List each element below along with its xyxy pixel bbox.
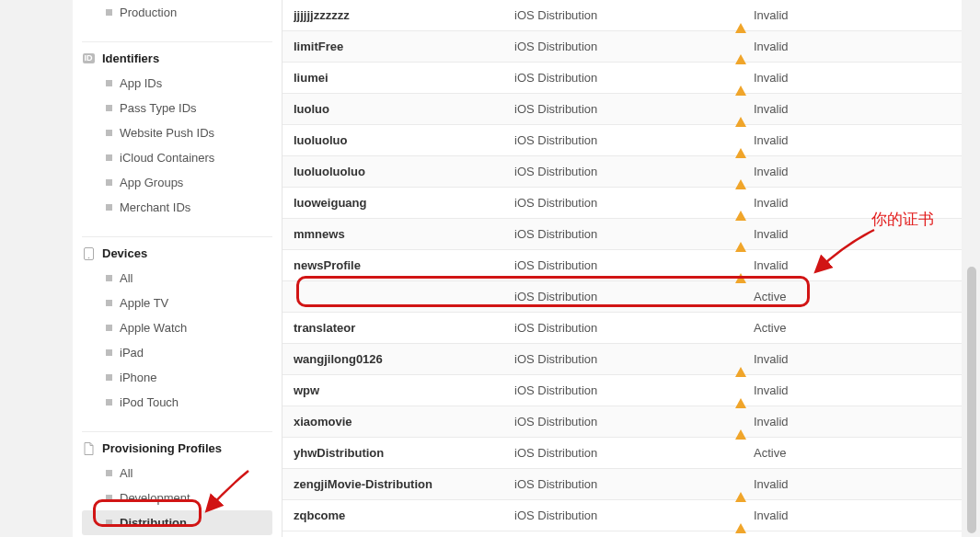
sidebar-item-merchant-ids[interactable]: Merchant IDs [82,195,272,220]
profile-name: zqbcome [294,508,514,522]
status-text: Invalid [754,508,789,522]
sidebar-item-apple-watch[interactable]: Apple Watch [82,315,272,340]
status-warn-icon [735,41,746,52]
table-row[interactable]: yhwDistributioniOS DistributionActive [282,438,962,469]
bullet-icon [106,399,112,406]
status-text: Invalid [754,196,789,210]
profile-name: luoluo [294,102,514,116]
profile-status: Active [735,290,951,303]
sidebar-item-app-ids[interactable]: App IDs [82,71,272,96]
table-row[interactable]: mmnewsiOS DistributionInvalid [282,219,962,250]
bullet-icon [106,154,112,161]
profile-name: wpw [294,383,514,397]
table-row[interactable]: zqbcomeiOS DistributionInvalid [282,500,962,531]
sidebar-item-label: iPod Touch [120,395,179,409]
table-row[interactable]: xiaomovieiOS DistributionInvalid [282,406,962,438]
table-row[interactable]: limitFreeiOS DistributionInvalid [282,31,962,63]
status-warn-icon [735,104,746,115]
table-row[interactable]: liumeiiOS DistributionInvalid [282,63,962,94]
table-row[interactable]: luoluoluoluoiOS DistributionInvalid [282,156,962,188]
sidebar-item-label: All [120,271,133,285]
profile-name: wangjilong0126 [294,352,514,366]
sidebar-item-pass-type-ids[interactable]: Pass Type IDs [82,96,272,120]
bullet-icon [106,495,112,501]
profile-type: iOS Distribution [514,321,735,335]
bullet-icon [106,470,112,476]
profile-status: Invalid [735,71,951,85]
status-warn-icon [735,135,746,146]
profile-type: iOS Distribution [514,258,735,272]
sidebar-item-production[interactable]: Production [82,0,272,25]
profile-name: translateor [294,321,514,335]
sidebar-item-label: Distribution [120,516,187,530]
profile-status: Invalid [735,383,951,397]
status-text: Invalid [754,383,789,397]
sidebar-item-icloud-containers[interactable]: iCloud Containers [82,145,272,170]
table-row[interactable]: luoluoiOS DistributionInvalid [282,94,962,125]
profile-type: iOS Distribution [514,446,735,460]
sidebar-header-label: Identifiers [102,51,159,65]
profile-status: Active [735,321,951,335]
profile-status: Invalid [735,133,951,147]
svg-point-1 [87,257,89,258]
profiles-table: jjjjjjzzzzzziOS DistributionInvalidlimit… [282,0,962,537]
sidebar-item-ipad[interactable]: iPad [82,340,272,365]
table-row[interactable]: iOS DistributionActive [282,281,962,313]
status-text: Active [754,446,786,460]
bullet-icon [106,105,112,111]
status-warn-icon [735,10,746,21]
sidebar-item-website-push-ids[interactable]: Website Push IDs [82,120,272,145]
profile-status: Invalid [735,352,951,366]
scrollbar[interactable] [965,0,978,537]
profile-name: yhwDistribution [294,446,514,460]
profile-type: iOS Distribution [514,71,735,85]
sidebar-item-distribution[interactable]: Distribution [82,510,272,535]
table-row[interactable]: newsProfileiOS DistributionInvalid [282,250,962,281]
sidebar-header-identifiers: ID Identifiers [82,41,272,71]
status-text: Invalid [754,40,789,53]
table-row[interactable]: luoluoluoiOS DistributionInvalid [282,125,962,156]
status-warn-icon [735,385,746,396]
sidebar-item-all[interactable]: All [82,266,272,291]
table-row[interactable]: wangjilong0126iOS DistributionInvalid [282,344,962,375]
status-warn-icon [735,229,746,240]
scrollbar-thumb[interactable] [967,267,976,533]
sidebar-item-iphone[interactable]: iPhone [82,365,272,390]
profile-status: Invalid [735,258,951,272]
sidebar-item-app-groups[interactable]: App Groups [82,170,272,195]
bullet-icon [106,300,112,306]
profile-name: mmnews [294,227,514,241]
status-warn-icon [735,354,746,365]
profile-name: liumei [294,71,514,85]
status-warn-icon [735,166,746,177]
table-row[interactable]: zengjiMovie-DistributioniOS Distribution… [282,469,962,500]
table-row[interactable]: jjjjjjzzzzzziOS DistributionInvalid [282,0,962,31]
profile-status: Invalid [735,508,951,522]
sidebar-item-label: iPad [120,346,144,360]
profile-name: newsProfile [294,258,514,272]
status-warn-icon [735,510,746,521]
bullet-icon [106,325,112,331]
bullet-icon [106,349,112,356]
profile-status: Active [735,446,951,460]
bullet-icon [106,130,112,136]
table-row[interactable]: wpwiOS DistributionInvalid [282,375,962,406]
profile-type: iOS Distribution [514,352,735,366]
sidebar-item-development[interactable]: Development [82,486,272,510]
status-warn-icon [735,198,746,209]
profile-name: limitFree [294,40,514,53]
sidebar-item-label: iCloud Containers [120,151,214,165]
profile-type: iOS Distribution [514,165,735,178]
sidebar-item-all[interactable]: All [82,461,272,486]
status-warn-icon [735,73,746,84]
status-text: Invalid [754,102,789,116]
table-row[interactable]: luoweiguangiOS DistributionInvalid [282,188,962,219]
sidebar-item-label: App Groups [120,176,183,189]
document-icon [82,442,95,455]
sidebar-item-ipod-touch[interactable]: iPod Touch [82,390,272,415]
sidebar-item-apple-tv[interactable]: Apple TV [82,291,272,315]
bullet-icon [106,520,112,526]
table-row[interactable]: translateoriOS DistributionActive [282,313,962,344]
status-text: Invalid [754,165,789,178]
bullet-icon [106,204,112,211]
